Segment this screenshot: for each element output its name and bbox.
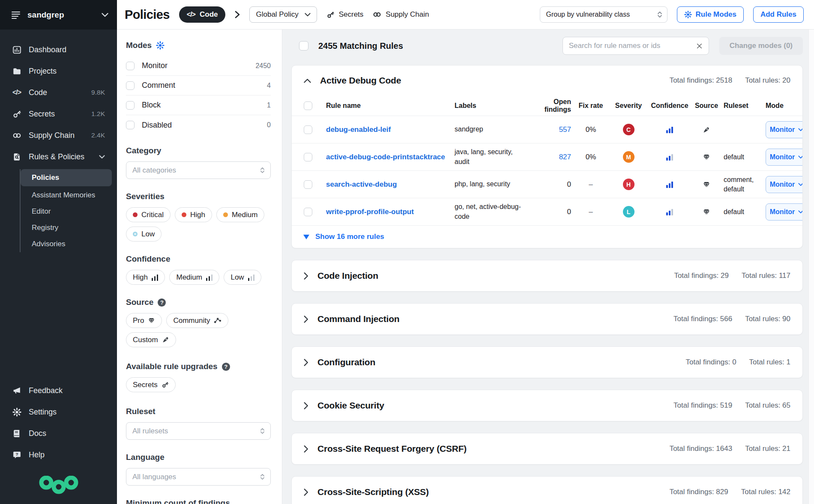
confidence-medium-bars-icon (666, 154, 673, 161)
sidebar-subitem-advisories[interactable]: Advisories (21, 236, 112, 252)
policy-select[interactable]: Global Policy (249, 6, 317, 23)
source-chip-custom[interactable]: Custom (126, 332, 176, 347)
language-select-value: All languages (132, 473, 176, 481)
group-header[interactable]: Cross-Site-Scripting (XSS) Total finding… (292, 477, 802, 504)
checkbox[interactable] (126, 62, 135, 70)
clear-search-icon[interactable] (696, 43, 703, 49)
key-icon (326, 11, 335, 19)
upgrades-chip-secrets[interactable]: Secrets (126, 377, 176, 392)
sidebar-item-feedback[interactable]: Feedback (5, 380, 112, 401)
column-header-severity: Severity (609, 99, 648, 112)
product-tab-secrets[interactable]: Secrets (326, 10, 364, 19)
row-checkbox[interactable] (304, 153, 312, 161)
source-help-icon[interactable]: ? (158, 298, 166, 307)
sidebar-item-dashboard[interactable]: Dashboard (5, 39, 112, 60)
product-tab-code[interactable]: </> Code (179, 6, 226, 23)
hamburger-menu-icon[interactable] (11, 10, 21, 20)
rule-modes-button[interactable]: Rule Modes (677, 6, 744, 23)
open-findings-count: 0 (567, 208, 571, 216)
mode-filter-label: Monitor (142, 61, 168, 70)
row-checkbox[interactable] (304, 180, 312, 189)
group-title: Active Debug Code (320, 75, 401, 86)
mode-filter-block[interactable]: Block 1 (126, 95, 271, 115)
category-select[interactable]: All categories (126, 161, 271, 179)
sidebar-subitem-policies[interactable]: Policies (21, 169, 112, 186)
confidence-chip-medium[interactable]: Medium (169, 270, 219, 285)
sidebar-subitem-label: Assistant Memories (32, 191, 95, 200)
severity-chip-high[interactable]: High (175, 207, 212, 222)
source-chip-pro[interactable]: Pro (126, 313, 162, 328)
rule-name-link[interactable]: debug-enabled-leif (326, 125, 391, 134)
severity-badge: C (623, 124, 634, 135)
group-total-rules: Total rules: 90 (745, 315, 790, 323)
group-header[interactable]: Code Injection Total findings: 29 Total … (292, 260, 802, 291)
source-chip-community[interactable]: Community (166, 313, 228, 328)
sidebar-item-secrets[interactable]: Secrets 1.2K (5, 103, 112, 125)
group-header[interactable]: Active Debug Code Total findings: 2518 T… (292, 66, 802, 95)
modes-settings-gear-icon[interactable] (156, 41, 165, 50)
row-checkbox[interactable] (304, 208, 312, 216)
add-rules-button[interactable]: Add Rules (753, 6, 804, 23)
severity-chip-medium[interactable]: Medium (216, 207, 264, 222)
ruleset-select[interactable]: All rulesets (126, 422, 271, 440)
sidebar-item-projects[interactable]: Projects (5, 60, 112, 82)
rule-search-input[interactable] (569, 42, 692, 50)
sidebar-item-label: Feedback (29, 386, 63, 395)
ruleset-section-title: Ruleset (126, 407, 271, 416)
checkbox[interactable] (126, 121, 135, 129)
select-group-checkbox[interactable] (304, 101, 312, 110)
open-findings-count[interactable]: 827 (559, 153, 571, 161)
fix-rate-value: – (589, 180, 593, 188)
rules-policies-submenu: Policies Assistant Memories Editor Regis… (20, 169, 112, 252)
checkbox[interactable] (126, 101, 135, 110)
sidebar-item-rules-policies[interactable]: Rules & Policies (5, 146, 112, 167)
group-by-select[interactable]: Group by vulnerability class (540, 6, 667, 23)
mode-select[interactable]: Monitor (766, 149, 803, 166)
checkbox[interactable] (126, 81, 135, 90)
group-header[interactable]: Configuration Total findings: 0 Total ru… (292, 347, 802, 378)
sidebar-item-code[interactable]: </> Code 9.8K (5, 82, 112, 103)
open-findings-count[interactable]: 557 (559, 125, 571, 134)
rule-labels: java, lang, security, audit (455, 147, 523, 167)
confidence-chip-high[interactable]: High (126, 270, 165, 285)
modes-section-title: Modes (126, 41, 271, 50)
mode-filter-monitor[interactable]: Monitor 2450 (126, 56, 271, 76)
row-checkbox[interactable] (304, 125, 312, 134)
rule-name-link[interactable]: search-active-debug (326, 180, 397, 188)
change-modes-button[interactable]: Change modes (0) (719, 37, 803, 55)
confidence-chip-low[interactable]: Low (224, 270, 261, 285)
select-all-checkbox[interactable] (299, 41, 308, 51)
sidebar-subitem-assistant-memories[interactable]: Assistant Memories (21, 187, 112, 203)
show-more-rules-link[interactable]: Show 16 more rules (292, 226, 802, 248)
upgrades-help-icon[interactable]: ? (222, 363, 230, 371)
mode-select[interactable]: Monitor (766, 121, 803, 138)
org-switcher[interactable]: sandgrep (0, 0, 117, 30)
scrollbar[interactable] (808, 30, 814, 504)
filters-panel: Modes Monitor 2450 Comment 4 Block 1 Dis… (117, 30, 282, 504)
group-header[interactable]: Cookie Security Total findings: 519 Tota… (292, 390, 802, 421)
sidebar-item-supply-chain[interactable]: Supply Chain 2.4K (5, 125, 112, 146)
ruleset-value: default (724, 152, 762, 162)
mode-select[interactable]: Monitor (766, 203, 803, 221)
help-bubble-icon: ? (12, 450, 21, 459)
select-stepper-icon (260, 473, 265, 480)
sidebar-item-help[interactable]: ? Help (5, 444, 112, 465)
severity-chip-critical[interactable]: Critical (126, 207, 171, 222)
rule-name-link[interactable]: write-pprof-profile-output (326, 208, 414, 216)
mode-filter-comment[interactable]: Comment 4 (126, 76, 271, 95)
group-header[interactable]: Cross-Site Request Forgery (CSRF) Total … (292, 433, 802, 464)
mode-filter-disabled[interactable]: Disabled 0 (126, 115, 271, 135)
sidebar-item-docs[interactable]: Docs (5, 423, 112, 444)
sidebar-item-settings[interactable]: Settings (5, 401, 112, 423)
product-tab-supply-chain[interactable]: Supply Chain (373, 10, 429, 19)
fix-rate-value: – (589, 208, 593, 216)
sidebar-subitem-registry[interactable]: Registry (21, 220, 112, 236)
rule-name-link[interactable]: active-debug-code-printstacktrace (326, 153, 445, 161)
mode-select[interactable]: Monitor (766, 176, 803, 193)
group-header[interactable]: Command Injection Total findings: 566 To… (292, 304, 802, 334)
severity-chip-low[interactable]: Low (126, 227, 162, 242)
language-select[interactable]: All languages (126, 468, 271, 486)
org-name: sandgrep (27, 10, 64, 20)
mode-filter-label: Block (142, 101, 161, 110)
sidebar-subitem-editor[interactable]: Editor (21, 203, 112, 220)
